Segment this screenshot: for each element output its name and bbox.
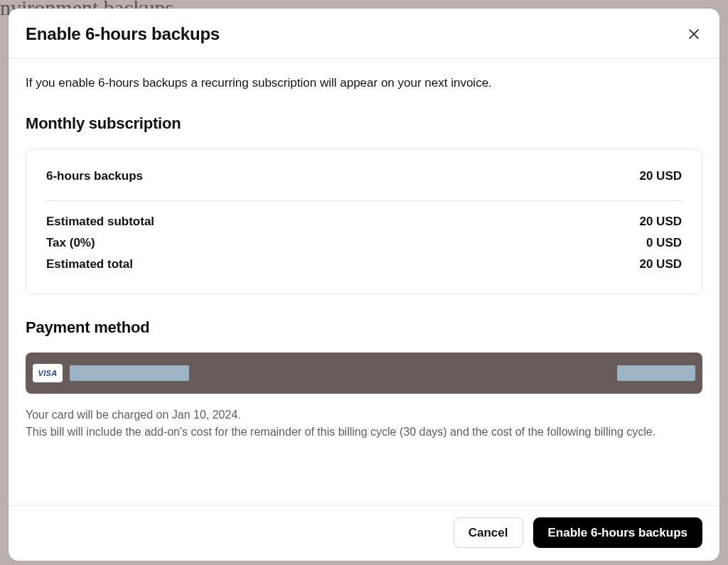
total-value: 20 USD [639, 257, 682, 271]
charge-date-text: Your card will be charged on Jan 10, 202… [26, 409, 241, 421]
charge-notice: Your card will be charged on Jan 10, 202… [26, 407, 702, 441]
line-item-row: 6-hours backups 20 USD [46, 165, 682, 188]
modal-body: If you enable 6-hours backups a recurrin… [9, 59, 719, 505]
line-item-label: 6-hours backups [46, 169, 143, 183]
payment-section-title: Payment method [26, 318, 702, 337]
divider [46, 200, 682, 201]
tax-label: Tax (0%) [46, 236, 95, 250]
modal-header: Enable 6-hours backups [9, 9, 719, 59]
tax-value: 0 USD [646, 236, 682, 250]
close-button[interactable] [685, 26, 702, 43]
intro-text: If you enable 6-hours backups a recurrin… [26, 76, 702, 90]
cancel-button[interactable]: Cancel [454, 517, 523, 548]
card-expiry-redacted [617, 365, 695, 381]
line-item-value: 20 USD [639, 169, 682, 183]
billing-cycle-text: This bill will include the add-on's cost… [26, 426, 655, 438]
card-number-redacted [70, 365, 189, 381]
total-row: Estimated total 20 USD [46, 254, 682, 275]
visa-icon: VISA [33, 364, 63, 382]
payment-method-card[interactable]: VISA [26, 353, 702, 394]
subtotal-value: 20 USD [639, 215, 682, 229]
subtotal-label: Estimated subtotal [46, 215, 154, 229]
enable-backups-modal: Enable 6-hours backups If you enable 6-h… [9, 9, 719, 561]
subscription-card: 6-hours backups 20 USD Estimated subtota… [26, 149, 702, 294]
tax-row: Tax (0%) 0 USD [46, 232, 682, 254]
subtotal-row: Estimated subtotal 20 USD [46, 211, 682, 232]
subscription-section-title: Monthly subscription [26, 114, 702, 133]
close-icon [688, 28, 700, 40]
modal-footer: Cancel Enable 6-hours backups [9, 505, 719, 561]
modal-title: Enable 6-hours backups [26, 24, 220, 44]
confirm-enable-button[interactable]: Enable 6-hours backups [533, 517, 703, 548]
total-label: Estimated total [46, 257, 133, 271]
payment-method-left: VISA [33, 364, 189, 382]
